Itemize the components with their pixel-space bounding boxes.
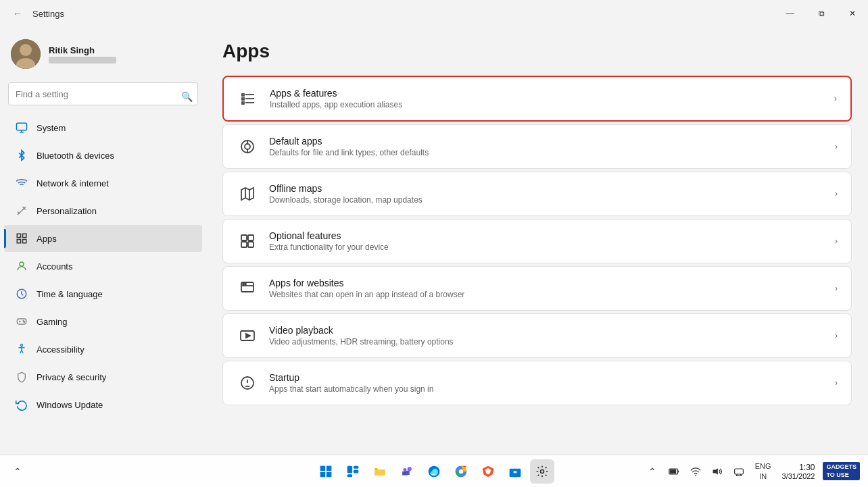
- language-indicator[interactable]: ENG IN: [752, 460, 774, 482]
- chrome-button[interactable]: [449, 459, 473, 484]
- file-explorer-button[interactable]: [368, 459, 392, 484]
- battery-icon[interactable]: [665, 462, 683, 481]
- close-button[interactable]: ✕: [837, 0, 868, 27]
- offline-maps-icon: [237, 183, 258, 205]
- default-apps-desc: Defaults for file and link types, other …: [269, 148, 827, 157]
- sidebar-item-label-network: Network & internet: [37, 178, 109, 188]
- teams-button[interactable]: [395, 459, 419, 484]
- apps-websites-arrow: ›: [835, 284, 838, 293]
- sidebar-item-label-update: Windows Update: [37, 400, 103, 410]
- sidebar-item-label-accounts: Accounts: [37, 261, 72, 272]
- apps-features-title: Apps & features: [270, 88, 826, 99]
- settings-item-video-playback[interactable]: Video playback Video adjustments, HDR st…: [222, 313, 852, 358]
- apps-icon: [15, 232, 28, 245]
- network-tray-icon[interactable]: [729, 462, 748, 481]
- svg-point-11: [20, 262, 24, 266]
- startup-arrow: ›: [835, 378, 838, 388]
- optional-features-text: Optional features Extra functionality fo…: [269, 230, 827, 252]
- startup-desc: Apps that start automatically when you s…: [269, 384, 827, 394]
- svg-marker-67: [713, 468, 717, 475]
- bluetooth-icon: [15, 149, 28, 162]
- sidebar: Ritik Singh 🔍 System: [0, 27, 206, 455]
- sidebar-item-privacy[interactable]: Privacy & security: [4, 363, 202, 390]
- wifi-icon[interactable]: [686, 462, 705, 481]
- edge-button[interactable]: [422, 459, 446, 484]
- settings-list: Apps & features Installed apps, app exec…: [222, 76, 852, 405]
- clock[interactable]: 1:30 3/31/2022: [778, 461, 819, 482]
- volume-icon[interactable]: [708, 462, 727, 481]
- taskbar: ⌃: [0, 455, 868, 487]
- title-bar: ← Settings ― ⧉ ✕: [0, 0, 868, 27]
- startup-title: Startup: [269, 372, 827, 383]
- clock-time: 1:30: [782, 463, 815, 472]
- settings-item-optional-features[interactable]: Optional features Extra functionality fo…: [222, 219, 852, 263]
- apps-websites-icon: [237, 278, 258, 299]
- sidebar-item-update[interactable]: Windows Update: [4, 391, 202, 418]
- taskbar-center: [314, 459, 554, 484]
- start-button[interactable]: [314, 459, 338, 484]
- offline-maps-desc: Downloads, storage location, map updates: [269, 195, 827, 205]
- time-icon: [15, 287, 28, 301]
- svg-rect-9: [17, 240, 20, 243]
- system-tray: ⌃: [643, 462, 748, 481]
- sidebar-item-network[interactable]: Network & internet: [4, 170, 202, 197]
- show-hidden-icons[interactable]: ⌃: [8, 462, 27, 481]
- system-icon: [15, 121, 28, 134]
- default-apps-arrow: ›: [835, 142, 838, 151]
- back-button[interactable]: ←: [8, 4, 27, 23]
- apps-features-arrow: ›: [834, 94, 837, 103]
- settings-item-offline-maps[interactable]: Offline maps Downloads, storage location…: [222, 172, 852, 216]
- svg-rect-36: [241, 235, 247, 240]
- sidebar-item-personalization[interactable]: Personalization: [4, 197, 202, 224]
- settings-item-default-apps[interactable]: Default apps Defaults for file and link …: [222, 124, 852, 169]
- svg-rect-3: [17, 123, 27, 130]
- settings-item-apps-websites[interactable]: Apps for websites Websites that can open…: [222, 266, 852, 311]
- sidebar-item-gaming[interactable]: Gaming: [4, 308, 202, 335]
- optional-features-desc: Extra functionality for your device: [269, 242, 827, 252]
- accounts-icon: [15, 259, 28, 273]
- sidebar-item-label-privacy: Privacy & security: [37, 372, 106, 382]
- nav-list: System Bluetooth & devices Network & int…: [0, 113, 206, 419]
- offline-maps-title: Offline maps: [269, 183, 827, 194]
- user-section[interactable]: Ritik Singh: [0, 32, 206, 80]
- chevron-up-icon[interactable]: ⌃: [643, 462, 662, 481]
- taskbar-right: ⌃: [643, 460, 860, 482]
- optional-features-title: Optional features: [269, 230, 827, 241]
- sidebar-item-system[interactable]: System: [4, 114, 202, 141]
- widgets-button[interactable]: [341, 459, 365, 484]
- video-playback-title: Video playback: [269, 325, 827, 336]
- accessibility-icon: [15, 342, 28, 356]
- default-apps-icon: [237, 136, 258, 157]
- content-area: Apps Apps & features Installed apps, app…: [206, 27, 868, 455]
- minimize-button[interactable]: ―: [775, 0, 806, 27]
- gadgets-badge: GADGETS TO USE: [823, 462, 860, 480]
- sidebar-item-accessibility[interactable]: Accessibility: [4, 336, 202, 363]
- sidebar-item-time[interactable]: Time & language: [4, 280, 202, 307]
- user-info: Ritik Singh: [49, 45, 116, 63]
- page-title: Apps: [222, 41, 852, 62]
- gaming-icon: [15, 315, 28, 328]
- optional-features-arrow: ›: [835, 236, 838, 246]
- maximize-button[interactable]: ⧉: [806, 0, 837, 27]
- sidebar-item-label-personalization: Personalization: [37, 206, 97, 216]
- video-playback-arrow: ›: [835, 331, 838, 340]
- sidebar-item-apps[interactable]: Apps: [4, 225, 202, 252]
- svg-point-17: [24, 322, 24, 322]
- search-input[interactable]: [8, 82, 198, 105]
- svg-point-42: [243, 284, 244, 285]
- svg-rect-27: [242, 98, 244, 100]
- offline-maps-arrow: ›: [835, 189, 838, 199]
- svg-rect-65: [677, 470, 679, 472]
- brave-button[interactable]: [476, 459, 500, 484]
- apps-features-text: Apps & features Installed apps, app exec…: [270, 88, 826, 109]
- settings-taskbar-button[interactable]: [530, 459, 554, 484]
- startup-text: Startup Apps that start automatically wh…: [269, 372, 827, 394]
- sidebar-item-accounts[interactable]: Accounts: [4, 253, 202, 280]
- sidebar-item-bluetooth[interactable]: Bluetooth & devices: [4, 142, 202, 169]
- clock-date: 3/31/2022: [782, 472, 815, 480]
- store-button[interactable]: [503, 459, 527, 484]
- settings-item-apps-features[interactable]: Apps & features Installed apps, app exec…: [222, 76, 852, 122]
- svg-rect-28: [242, 102, 244, 104]
- settings-item-startup[interactable]: Startup Apps that start automatically wh…: [222, 361, 852, 405]
- svg-rect-51: [327, 471, 332, 477]
